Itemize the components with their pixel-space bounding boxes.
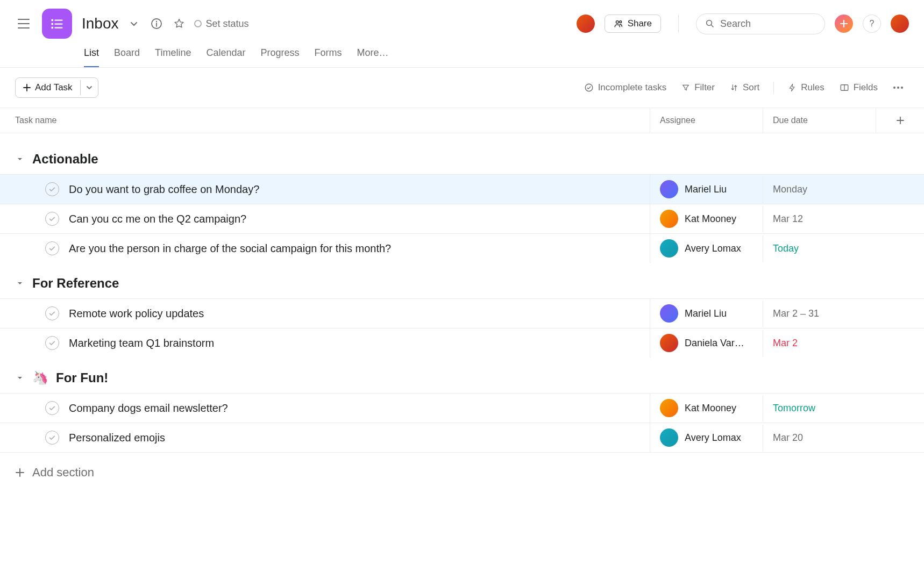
section-title-text: Actionable — [32, 152, 98, 167]
svg-point-9 — [620, 21, 622, 23]
hamburger-menu[interactable] — [15, 15, 32, 32]
tab-list[interactable]: List — [84, 47, 99, 67]
add-task-button[interactable]: Add Task — [16, 78, 80, 97]
assignee-name: Avery Lomax — [685, 432, 741, 444]
svg-point-7 — [155, 21, 157, 22]
task-row[interactable]: Marketing team Q1 brainstormDaniela Var…… — [0, 328, 924, 358]
rules-button[interactable]: Rules — [783, 79, 829, 96]
task-name: Personalized emojis — [69, 432, 165, 444]
task-name: Are you the person in charge of the soci… — [69, 242, 391, 255]
help-button[interactable]: ? — [863, 15, 881, 33]
complete-toggle[interactable] — [45, 306, 59, 320]
separator — [678, 15, 679, 33]
more-actions[interactable] — [887, 83, 909, 92]
filter-button[interactable]: Filter — [676, 79, 720, 96]
assignee-cell[interactable]: Avery Lomax — [650, 423, 763, 452]
search-placeholder: Search — [720, 18, 751, 30]
set-status-button[interactable]: Set status — [194, 18, 249, 30]
assignee-avatar — [660, 304, 678, 323]
member-avatar[interactable] — [577, 15, 595, 33]
sort-label: Sort — [743, 82, 759, 93]
assignee-cell[interactable]: Avery Lomax — [650, 234, 763, 263]
more-icon — [893, 86, 904, 89]
section-header[interactable]: 🦄For Fun! — [0, 358, 924, 393]
search-input[interactable]: Search — [696, 13, 825, 34]
due-date-cell[interactable]: Mar 2 — [763, 330, 876, 356]
assignee-name: Kat Mooney — [685, 403, 736, 414]
task-row[interactable]: Are you the person in charge of the soci… — [0, 233, 924, 263]
assignee-cell[interactable]: Mariel Liu — [650, 299, 763, 328]
info-icon — [151, 18, 162, 30]
assignee-cell[interactable]: Daniela Var… — [650, 328, 763, 358]
due-date-cell[interactable]: Today — [763, 235, 876, 262]
section-header[interactable]: For Reference — [0, 263, 924, 298]
status-dot-icon — [194, 20, 202, 27]
assignee-cell[interactable]: Kat Mooney — [650, 394, 763, 423]
task-row[interactable]: Personalized emojisAvery LomaxMar 20 — [0, 423, 924, 453]
section-header[interactable]: Actionable — [0, 139, 924, 174]
plus-icon — [840, 19, 848, 28]
favorite-toggle[interactable] — [172, 16, 187, 31]
complete-toggle[interactable] — [45, 182, 59, 196]
add-column-button[interactable] — [876, 108, 924, 133]
column-task-name[interactable]: Task name — [0, 108, 650, 133]
check-icon — [48, 310, 56, 317]
task-row[interactable]: Remote work policy updatesMariel LiuMar … — [0, 298, 924, 328]
caret-down-icon — [16, 155, 24, 163]
tab-more[interactable]: More… — [357, 47, 389, 67]
complete-toggle[interactable] — [45, 336, 59, 350]
project-details[interactable] — [149, 16, 164, 31]
check-icon — [48, 434, 56, 441]
task-name: Do you want to grab coffee on Monday? — [69, 183, 259, 196]
view-tabs: ListBoardTimelineCalendarProgressFormsMo… — [0, 39, 924, 68]
section-caret[interactable] — [15, 278, 25, 288]
assignee-avatar — [660, 239, 678, 258]
task-row[interactable]: Can you cc me on the Q2 campaign?Kat Moo… — [0, 204, 924, 233]
share-button[interactable]: Share — [605, 15, 661, 33]
check-icon — [48, 339, 56, 347]
incomplete-label: Incomplete tasks — [598, 82, 667, 93]
svg-point-13 — [893, 87, 895, 89]
global-create-button[interactable] — [835, 15, 853, 33]
due-date-cell[interactable]: Mar 20 — [763, 425, 876, 451]
tab-calendar[interactable]: Calendar — [206, 47, 245, 67]
column-assignee[interactable]: Assignee — [650, 108, 763, 133]
assignee-cell[interactable]: Kat Mooney — [650, 204, 763, 233]
add-task-dropdown[interactable] — [80, 80, 98, 95]
task-name: Can you cc me on the Q2 campaign? — [69, 213, 246, 225]
caret-down-icon — [16, 280, 24, 287]
fields-button[interactable]: Fields — [834, 79, 883, 96]
complete-toggle[interactable] — [45, 401, 59, 415]
tab-timeline[interactable]: Timeline — [155, 47, 191, 67]
section-caret[interactable] — [15, 154, 25, 164]
user-avatar[interactable] — [891, 15, 909, 33]
due-date-cell[interactable]: Mar 12 — [763, 206, 876, 232]
section-caret[interactable] — [15, 373, 25, 383]
sort-button[interactable]: Sort — [724, 79, 765, 96]
due-date-cell[interactable]: Tomorrow — [763, 395, 876, 421]
section-emoji: 🦄 — [32, 370, 48, 385]
tab-board[interactable]: Board — [114, 47, 140, 67]
due-date-cell[interactable]: Monday — [763, 176, 876, 203]
tab-progress[interactable]: Progress — [260, 47, 299, 67]
tab-forms[interactable]: Forms — [315, 47, 342, 67]
section-title-text: For Reference — [32, 276, 119, 291]
complete-toggle[interactable] — [45, 431, 59, 445]
check-icon — [48, 404, 56, 412]
column-due-date[interactable]: Due date — [763, 108, 876, 133]
title-dropdown[interactable] — [126, 16, 141, 31]
task-row[interactable]: Do you want to grab coffee on Monday?Mar… — [0, 174, 924, 204]
assignee-cell[interactable]: Mariel Liu — [650, 175, 763, 204]
assignee-avatar — [660, 399, 678, 417]
chevron-down-icon — [86, 84, 93, 91]
complete-toggle[interactable] — [45, 241, 59, 255]
svg-rect-0 — [52, 19, 54, 22]
due-date-cell[interactable]: Mar 2 – 31 — [763, 301, 876, 327]
task-row[interactable]: Company dogs email newsletter?Kat Mooney… — [0, 393, 924, 423]
complete-toggle[interactable] — [45, 212, 59, 226]
incomplete-filter[interactable]: Incomplete tasks — [579, 79, 672, 96]
filter-icon — [681, 83, 690, 92]
list-icon — [49, 16, 65, 31]
assignee-name: Mariel Liu — [685, 184, 727, 195]
add-section-button[interactable]: Add section — [0, 453, 924, 492]
